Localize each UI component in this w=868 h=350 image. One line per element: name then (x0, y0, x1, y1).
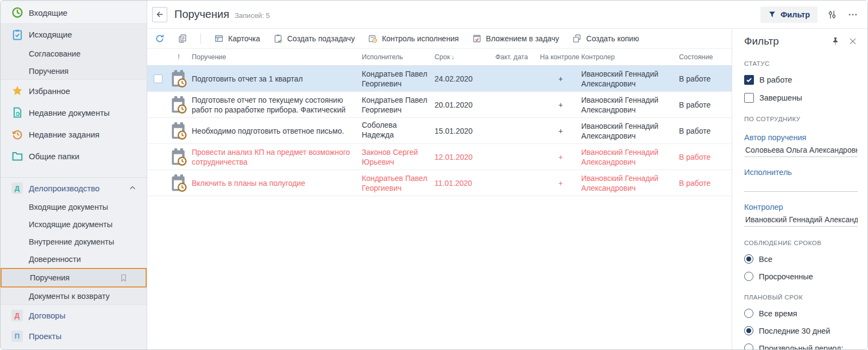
assignment-calendar-clock-icon (166, 173, 192, 193)
execution-control-button[interactable]: Контроль исполнения (368, 34, 458, 43)
sidebar-item-recent-tasks[interactable]: Недавние задания (1, 123, 147, 145)
folder-icon (11, 150, 23, 162)
sidebar-item-assignments-outbox[interactable]: Поручения (1, 62, 147, 80)
page-title: Поручения (174, 8, 229, 21)
attach-to-task-button[interactable]: Вложением в задачу (472, 34, 559, 43)
card-icon (214, 34, 224, 43)
sidebar-item-documents-to-return[interactable]: Документы к возврату (1, 288, 147, 305)
create-copy-icon (572, 34, 582, 43)
sidebar-item-internal-documents[interactable]: Внутренние документы (1, 233, 147, 251)
outbox-clipboard-check-icon (11, 29, 23, 41)
author-field-label[interactable]: Автор поручения (744, 133, 858, 142)
radio-unselected-icon (744, 309, 753, 318)
sidebar-item-outgoing-documents[interactable]: Исходящие документы (1, 216, 147, 233)
sidebar-item-outbox[interactable]: Исходящие (1, 23, 147, 45)
deadline-date: 20.01.2020 (435, 100, 495, 110)
assignee-field-input[interactable] (744, 178, 858, 192)
filter-panel: Фильтр СТАТУС В работе (732, 29, 867, 349)
state-value: В работе (679, 178, 732, 188)
back-button[interactable] (152, 7, 167, 22)
create-subtask-button[interactable]: Создать подзадачу (273, 34, 355, 43)
module-badge: Д (11, 310, 23, 321)
sidebar-item-assignments-selected[interactable]: Поручения (1, 268, 147, 288)
author-field-input[interactable]: Соловьева Ольга Александровна (744, 143, 858, 157)
sidebar-item-recent-documents[interactable]: Недавние документы (1, 102, 147, 123)
table-row[interactable]: Подготовить отчет за 1 квартал Кондратье… (147, 66, 732, 92)
deadline-date: 12.01.2020 (435, 152, 495, 162)
filter-section-planned-period: ПЛАНОВЫЙ СРОК (744, 294, 858, 301)
copy-icon (178, 34, 187, 43)
attach-to-task-icon (472, 34, 482, 43)
filter-button[interactable]: Фильтр (760, 7, 817, 23)
filter-checkbox-in-progress[interactable]: В работе (744, 75, 858, 85)
bookmark-icon[interactable] (119, 273, 128, 283)
sidebar-module-projects[interactable]: П Проекты (1, 326, 147, 346)
deadline-date: 11.01.2020 (435, 178, 495, 188)
filter-radio-last-30-days[interactable]: Последние 30 дней (744, 326, 858, 335)
sidebar-item-approval[interactable]: Согласование (1, 45, 147, 62)
row-checkbox[interactable] (154, 74, 162, 83)
assignment-calendar-clock-icon (166, 68, 192, 89)
table-row[interactable]: Подготовьте отчет по текущему состоянию … (147, 92, 732, 118)
recent-documents-icon (11, 107, 23, 118)
sidebar-module-records-management[interactable]: Д Делопроизводство (1, 178, 147, 198)
table-row[interactable]: Провести анализ КП на предмет возможного… (147, 144, 732, 170)
refresh-icon (155, 34, 165, 43)
filter-radio-all[interactable]: Все (744, 254, 858, 264)
copy-button[interactable] (178, 34, 187, 43)
pin-icon[interactable] (831, 36, 840, 46)
column-on-control[interactable]: На контроле (540, 53, 581, 61)
radio-selected-icon (744, 326, 753, 335)
assignee-name: Кондратьев Павел Георгиевич (362, 69, 435, 89)
create-copy-button[interactable]: Создать копию (572, 34, 639, 43)
column-controller[interactable]: Контролер (581, 53, 679, 61)
more-options-icon[interactable] (847, 9, 859, 21)
controller-field-input[interactable]: Ивановский Геннадий Александрович (744, 212, 858, 227)
assignment-calendar-clock-icon (166, 147, 192, 167)
main-area: Поручения Записей: 5 Фильтр (147, 1, 867, 349)
controller-name: Ивановский Геннадий Александрович (581, 95, 679, 115)
sidebar-divider (1, 167, 147, 178)
assignment-calendar-clock-icon (166, 121, 192, 141)
controller-name: Ивановский Геннадий Александрович (581, 121, 679, 141)
assignee-name: Кондратьев Павел Георгиевич (362, 173, 435, 193)
view-settings-icon[interactable] (826, 9, 838, 21)
refresh-button[interactable] (155, 34, 165, 43)
controller-field-label[interactable]: Контролер (744, 203, 858, 211)
assignee-name: Соболева Надежда Николаевна (362, 120, 435, 142)
close-icon[interactable] (848, 36, 858, 46)
table-row[interactable]: Включить в планы на полугодие Кондратьев… (147, 170, 732, 196)
card-button[interactable]: Карточка (214, 34, 260, 43)
filter-radio-all-time[interactable]: Все время (744, 309, 858, 318)
sidebar-module-contracts[interactable]: Д Договоры (1, 305, 147, 326)
filter-section-by-employee: ПО СОТРУДНИКУ (744, 116, 858, 122)
module-badge: Д (11, 183, 23, 194)
assignment-title: Провести анализ КП на предмет возможного… (192, 147, 362, 167)
column-deadline[interactable]: Срок↓ (435, 53, 495, 61)
filter-radio-overdue[interactable]: Просроченные (744, 272, 858, 281)
on-control-flag: + (540, 100, 581, 110)
sidebar-item-incoming-documents[interactable]: Входящие документы (1, 198, 147, 216)
column-actual-date[interactable]: Факт. дата (495, 53, 540, 61)
filter-radio-custom-period[interactable]: Произвольный период: (744, 343, 858, 349)
assignee-field-label[interactable]: Исполнитель (744, 168, 858, 177)
sidebar-item-inbox[interactable]: Входящие (1, 2, 147, 23)
sidebar-item-favorites[interactable]: Избранное (1, 80, 147, 102)
column-assignee[interactable]: Исполнитель (362, 53, 435, 61)
chevron-up-icon[interactable] (128, 184, 137, 192)
column-assignment[interactable]: Поручение (192, 53, 362, 61)
sidebar-item-label: Исходящие (29, 30, 72, 39)
sidebar-item-shared-folders[interactable]: Общие папки (1, 145, 147, 167)
controller-name: Ивановский Геннадий Александрович (581, 147, 679, 167)
table-header: ! Поручение Исполнитель Срок↓ Факт. дата… (147, 49, 732, 66)
table-row[interactable]: Необходимо подготовить ответное письмо. … (147, 118, 732, 144)
assignee-name: Законов Сергей Юрьевич (362, 147, 435, 167)
column-state[interactable]: Состояние (679, 53, 732, 61)
filter-checkbox-completed[interactable]: Завершены (744, 93, 858, 103)
on-control-flag: + (540, 74, 581, 84)
sidebar-item-powers-of-attorney[interactable]: Доверенности (1, 251, 147, 268)
execution-control-icon (368, 34, 378, 43)
state-value: В работе (679, 126, 732, 136)
column-priority[interactable]: ! (166, 53, 192, 61)
page-header: Поручения Записей: 5 Фильтр (147, 1, 867, 29)
